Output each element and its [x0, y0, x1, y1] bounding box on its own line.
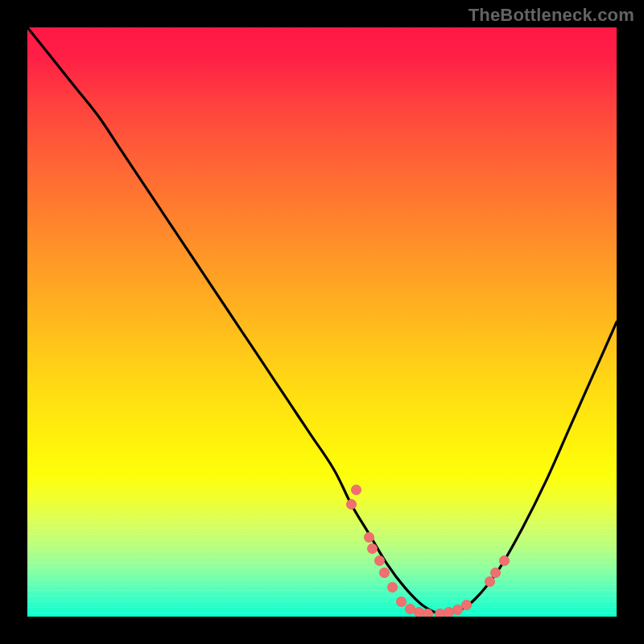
chart-frame: TheBottleneck.com: [0, 0, 644, 644]
bottleneck-curve: [27, 27, 617, 617]
watermark-label: TheBottleneck.com: [469, 5, 634, 26]
data-marker: [351, 485, 361, 495]
data-marker: [423, 609, 433, 617]
plot-area: [27, 27, 617, 617]
data-marker: [461, 600, 472, 610]
data-marker: [364, 532, 374, 543]
data-marker: [379, 568, 390, 578]
data-marker: [490, 568, 501, 578]
